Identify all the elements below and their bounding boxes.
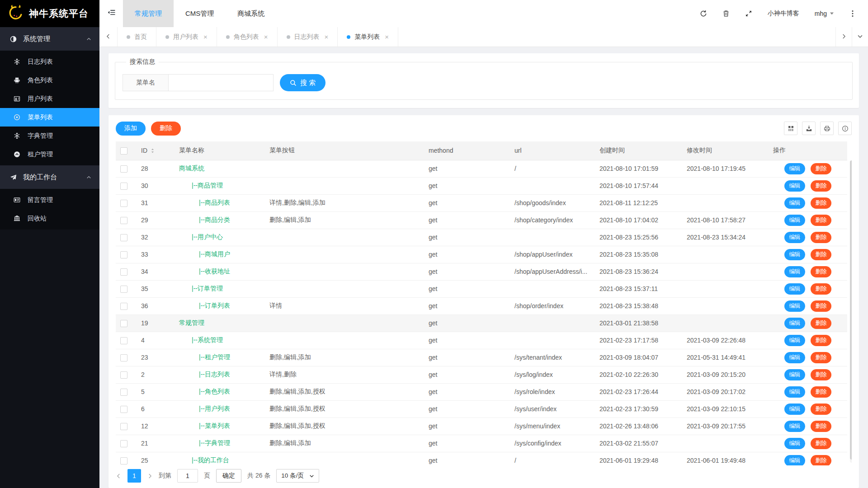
delete-button[interactable]: 删除 <box>811 249 831 260</box>
row-checkbox[interactable] <box>120 303 127 310</box>
edit-button[interactable]: 编辑 <box>784 232 805 243</box>
edit-button[interactable]: 编辑 <box>784 215 805 226</box>
table-row[interactable]: 32 |--用户中心 get 2021-08-23 15:25:56 2021-… <box>116 229 847 246</box>
sidebar-fold-button[interactable] <box>99 0 123 27</box>
close-icon[interactable]: × <box>203 33 208 40</box>
delete-button[interactable]: 删除 <box>811 335 831 346</box>
column-id[interactable]: ID <box>137 141 175 160</box>
table-row[interactable]: 19 常规管理 get 2021-03-01 21:38:58 编辑 删除 <box>116 314 847 332</box>
table-row[interactable]: 23 |--租户管理 删除,编辑,添加 get /sys/tenant/inde… <box>116 349 847 366</box>
tab-用户列表[interactable]: 用户列表 × <box>156 27 217 47</box>
delete-button[interactable]: 删除 <box>811 215 831 226</box>
edit-button[interactable]: 编辑 <box>784 249 805 260</box>
nav-item-regular-management[interactable]: 常规管理 <box>123 0 174 27</box>
delete-button[interactable]: 删除 <box>811 421 831 432</box>
table-row[interactable]: 21 |--字典管理 删除,编辑,添加 get /sys/config/inde… <box>116 435 847 452</box>
delete-button[interactable]: 删除 <box>811 386 831 398</box>
delete-button[interactable]: 删除 <box>811 197 831 209</box>
menu-name-link[interactable]: |--我的工作台 <box>192 456 229 464</box>
table-row[interactable]: 33 |--商城用户 get /shop/appUser/index 2021-… <box>116 246 847 263</box>
row-checkbox[interactable] <box>120 354 127 361</box>
menu-name-link[interactable]: |--商品分类 <box>199 216 230 223</box>
fullscreen-icon[interactable] <box>745 10 752 17</box>
delete-button[interactable]: 删除 <box>811 369 831 380</box>
edit-button[interactable]: 编辑 <box>784 163 805 174</box>
row-checkbox[interactable] <box>120 457 127 465</box>
row-checkbox[interactable] <box>120 200 127 207</box>
delete-button[interactable]: 删除 <box>151 122 181 136</box>
nav-item-mall-system[interactable]: 商城系统 <box>226 0 276 27</box>
delete-button[interactable]: 删除 <box>811 180 831 192</box>
table-row[interactable]: 29 |--商品分类 删除,编辑,添加 get /shop/category/i… <box>116 211 847 229</box>
print-icon[interactable] <box>820 122 834 135</box>
menu-name-link[interactable]: |--商城用户 <box>199 250 230 258</box>
edit-button[interactable]: 编辑 <box>784 180 805 192</box>
edit-button[interactable]: 编辑 <box>784 386 805 398</box>
blog-link[interactable]: 小神牛博客 <box>768 9 799 18</box>
close-icon[interactable]: × <box>385 33 389 40</box>
page-1-button[interactable]: 1 <box>127 469 141 483</box>
sidebar-group-我的工作台[interactable]: 我的工作台 <box>0 165 99 189</box>
more-vertical-icon[interactable] <box>849 10 856 17</box>
row-checkbox[interactable] <box>120 406 127 413</box>
delete-button[interactable]: 删除 <box>811 455 831 466</box>
edit-button[interactable]: 编辑 <box>784 335 805 346</box>
table-row[interactable]: 4 |--系统管理 get 2021-02-23 17:17:58 2021-0… <box>116 332 847 349</box>
tab-菜单列表[interactable]: 菜单列表 × <box>338 27 398 47</box>
menu-name-link[interactable]: |--字典管理 <box>199 439 230 446</box>
delete-button[interactable]: 删除 <box>811 232 831 243</box>
menu-name-link[interactable]: 常规管理 <box>179 319 204 326</box>
table-row[interactable]: 36 |--订单列表 详情 get /shop/order/index 2021… <box>116 297 847 314</box>
row-checkbox[interactable] <box>120 217 127 224</box>
tab-日志列表[interactable]: 日志列表 × <box>278 27 338 47</box>
edit-button[interactable]: 编辑 <box>784 197 805 209</box>
close-icon[interactable]: × <box>264 33 268 40</box>
menu-name-link[interactable]: |--租户管理 <box>199 353 230 361</box>
row-checkbox[interactable] <box>120 389 127 396</box>
delete-button[interactable]: 删除 <box>811 352 831 363</box>
trash-icon[interactable] <box>722 10 730 17</box>
row-checkbox[interactable] <box>120 268 127 276</box>
row-checkbox[interactable] <box>120 440 127 447</box>
sidebar-item-回收站[interactable]: 回收站 <box>0 209 99 228</box>
row-checkbox[interactable] <box>120 423 127 430</box>
menu-name-link[interactable]: |--订单管理 <box>192 285 223 292</box>
menu-name-link[interactable]: |--收获地址 <box>199 267 230 275</box>
table-row[interactable]: 34 |--收获地址 get /shop/appUserAddress/i...… <box>116 263 847 280</box>
sidebar-item-字典管理[interactable]: 字典管理 <box>0 127 99 145</box>
menu-name-link[interactable]: |--日志列表 <box>199 371 230 378</box>
menu-name-link[interactable]: |--菜单列表 <box>199 422 230 429</box>
row-checkbox[interactable] <box>120 320 127 327</box>
edit-button[interactable]: 编辑 <box>784 404 805 415</box>
row-checkbox[interactable] <box>120 371 127 379</box>
table-row[interactable]: 6 |--用户列表 删除,编辑,添加,授权 get /sys/user/inde… <box>116 400 847 418</box>
edit-button[interactable]: 编辑 <box>784 300 805 312</box>
close-icon[interactable]: × <box>325 33 329 40</box>
delete-button[interactable]: 删除 <box>811 163 831 174</box>
row-checkbox[interactable] <box>120 286 127 293</box>
confirm-page-button[interactable]: 确定 <box>216 469 241 483</box>
menu-name-link[interactable]: |--商品管理 <box>192 182 223 189</box>
delete-button[interactable]: 删除 <box>811 283 831 295</box>
menu-name-link[interactable]: |--系统管理 <box>192 336 223 343</box>
menu-name-link[interactable]: |--角色列表 <box>199 388 230 395</box>
edit-button[interactable]: 编辑 <box>784 283 805 295</box>
menu-name-input[interactable] <box>169 74 274 91</box>
info-icon[interactable] <box>838 122 852 135</box>
chevron-left-icon[interactable] <box>116 473 122 479</box>
sidebar-item-日志列表[interactable]: 日志列表 <box>0 52 99 71</box>
goto-page-input[interactable] <box>177 469 198 483</box>
sidebar-item-用户列表[interactable]: 用户列表 <box>0 89 99 108</box>
menu-name-link[interactable]: |--商品列表 <box>199 199 230 206</box>
export-icon[interactable] <box>802 122 816 135</box>
tabs-menu-button[interactable] <box>852 27 868 47</box>
edit-button[interactable]: 编辑 <box>784 266 805 277</box>
chevron-right-icon[interactable] <box>147 473 153 479</box>
refresh-icon[interactable] <box>700 10 707 17</box>
table-row[interactable]: 25 |--我的工作台 get / 2021-06-01 19:29:48 20… <box>116 452 847 465</box>
nav-item-cms-management[interactable]: CMS管理 <box>174 0 226 27</box>
menu-name-link[interactable]: |--用户中心 <box>192 233 223 240</box>
edit-button[interactable]: 编辑 <box>784 455 805 466</box>
user-menu[interactable]: mhg <box>815 10 834 17</box>
delete-button[interactable]: 删除 <box>811 300 831 312</box>
